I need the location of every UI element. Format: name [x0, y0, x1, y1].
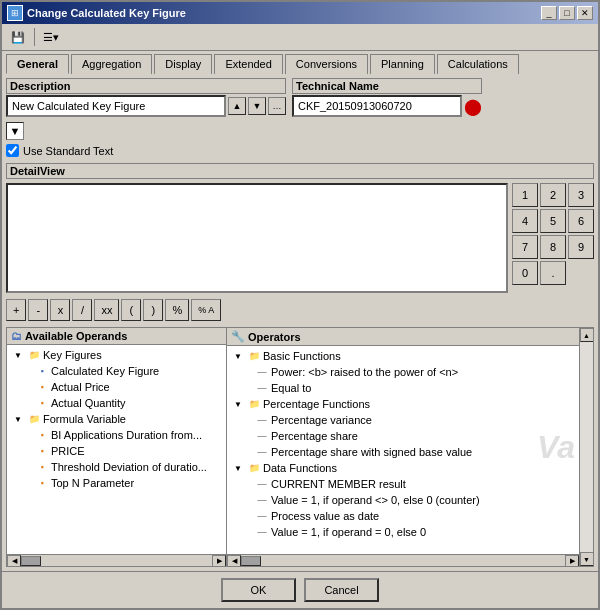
numpad-0[interactable]: 0	[512, 261, 538, 285]
tree-current-member[interactable]: — CURRENT MEMBER result	[227, 476, 579, 492]
tree-calc-key-figure[interactable]: ▪ Calculated Key Figure	[7, 363, 226, 379]
right-h-track[interactable]	[241, 555, 565, 566]
op-multiply[interactable]: x	[50, 299, 70, 321]
tab-calculations[interactable]: Calculations	[437, 54, 519, 74]
numpad-3[interactable]: 3	[568, 183, 594, 207]
tree-pct-share[interactable]: — Percentage share	[227, 428, 579, 444]
tree-equal-to[interactable]: — Equal to	[227, 380, 579, 396]
desc-lookup-button[interactable]: …	[268, 97, 286, 115]
technical-name-input[interactable]	[292, 95, 462, 117]
numpad-7[interactable]: 7	[512, 235, 538, 259]
tree-threshold[interactable]: ▪ Threshold Deviation of duratio...	[7, 459, 226, 475]
expand-icon-data: ▼	[231, 461, 245, 475]
cancel-button[interactable]: Cancel	[304, 578, 379, 602]
minimize-button[interactable]: _	[541, 6, 557, 20]
item-icon-price: ▪	[35, 444, 49, 458]
bottom-bar: OK Cancel	[2, 571, 598, 608]
right-scroll-thumb	[241, 556, 261, 566]
tree-process-date[interactable]: — Process value as date	[227, 508, 579, 524]
op-percent[interactable]: %	[165, 299, 189, 321]
item-icon-bi: ▪	[35, 428, 49, 442]
op-percent-a[interactable]: % A	[191, 299, 221, 321]
numpad-5[interactable]: 5	[540, 209, 566, 233]
v-scroll-up[interactable]: ▲	[580, 328, 594, 342]
maximize-button[interactable]: □	[559, 6, 575, 20]
tabs-bar: General Aggregation Display Extended Con…	[2, 51, 598, 74]
eq-icon-counter: —	[255, 493, 269, 507]
tree-value-counter[interactable]: — Value = 1, if operand <> 0, else 0 (co…	[227, 492, 579, 508]
desc-scroll-up[interactable]: ▲	[228, 97, 246, 115]
tab-conversions[interactable]: Conversions	[285, 54, 368, 74]
item-icon-orange-qty: ▪	[35, 396, 49, 410]
tree-pct-variance[interactable]: — Percentage variance	[227, 412, 579, 428]
numpad-4[interactable]: 4	[512, 209, 538, 233]
numpad: 1 2 3 4 5 6 7 8 9 0 .	[512, 183, 594, 293]
op-close-paren[interactable]: )	[143, 299, 163, 321]
v-scroll-track[interactable]	[580, 342, 594, 552]
numpad-6[interactable]: 6	[568, 209, 594, 233]
tree-price[interactable]: ▪ PRICE	[7, 443, 226, 459]
tree-actual-quantity[interactable]: ▪ Actual Quantity	[7, 395, 226, 411]
expand-icon-pct: ▼	[231, 397, 245, 411]
right-scroll-right[interactable]: ▶	[565, 555, 579, 566]
op-divide[interactable]: /	[72, 299, 92, 321]
tab-general[interactable]: General	[6, 54, 69, 74]
field-group: Description ▲ ▼ … ▼ Technical Name ⬤	[6, 78, 594, 140]
use-standard-text-checkbox[interactable]	[6, 144, 19, 157]
item-icon-threshold: ▪	[35, 460, 49, 474]
folder-icon-data: 📁	[247, 461, 261, 475]
tree-bi-apps[interactable]: ▪ BI Applications Duration from...	[7, 427, 226, 443]
watermark: Va	[537, 429, 575, 466]
tab-extended[interactable]: Extended	[214, 54, 282, 74]
toolbar: 💾 ☰▾	[2, 24, 598, 51]
right-panel-title: Operators	[248, 331, 301, 343]
formula-editor[interactable]	[6, 183, 508, 293]
op-plus[interactable]: +	[6, 299, 26, 321]
technical-name-container: Technical Name ⬤	[292, 78, 482, 140]
eq-icon-zero: —	[255, 525, 269, 539]
right-panel-header: 🔧 Operators	[227, 328, 579, 346]
left-scroll-right[interactable]: ▶	[212, 555, 226, 566]
tree-formula-variable[interactable]: ▼ 📁 Formula Variable	[7, 411, 226, 427]
left-panel-title: Available Operands	[25, 330, 127, 342]
numpad-1[interactable]: 1	[512, 183, 538, 207]
content-area: Description ▲ ▼ … ▼ Technical Name ⬤	[2, 74, 598, 571]
tree-top-n[interactable]: ▪ Top N Parameter	[7, 475, 226, 491]
tree-percentage-functions[interactable]: ▼ 📁 Percentage Functions	[227, 396, 579, 412]
window-title: Change Calculated Key Figure	[27, 7, 186, 19]
menu-button[interactable]: ☰▾	[39, 26, 63, 48]
tab-aggregation[interactable]: Aggregation	[71, 54, 152, 74]
tab-display[interactable]: Display	[154, 54, 212, 74]
tree-data-functions[interactable]: ▼ 📁 Data Functions	[227, 460, 579, 476]
error-icon: ⬤	[464, 97, 482, 116]
op-open-paren[interactable]: (	[121, 299, 141, 321]
tree-key-figures[interactable]: ▼ 📁 Key Figures	[7, 347, 226, 363]
tree-actual-price[interactable]: ▪ Actual Price	[7, 379, 226, 395]
save-button[interactable]: 💾	[6, 26, 30, 48]
expand-icon-basic: ▼	[231, 349, 245, 363]
eq-icon-equal: —	[255, 381, 269, 395]
numpad-9[interactable]: 9	[568, 235, 594, 259]
description-input[interactable]	[6, 95, 226, 117]
op-power[interactable]: xx	[94, 299, 119, 321]
numpad-8[interactable]: 8	[540, 235, 566, 259]
numpad-dot[interactable]: .	[540, 261, 566, 285]
ok-button[interactable]: OK	[221, 578, 296, 602]
close-button[interactable]: ✕	[577, 6, 593, 20]
tree-value-zero[interactable]: — Value = 1, if operand = 0, else 0	[227, 524, 579, 540]
eq-icon-date: —	[255, 509, 269, 523]
tree-power[interactable]: — Power: <b> raised to the power of <n>	[227, 364, 579, 380]
desc-language-dropdown[interactable]: ▼	[6, 122, 24, 140]
op-minus[interactable]: -	[28, 299, 48, 321]
desc-scroll-down[interactable]: ▼	[248, 97, 266, 115]
right-v-scrollbar: ▲ ▼	[579, 328, 593, 566]
right-scroll-left[interactable]: ◀	[227, 555, 241, 566]
left-scroll-left[interactable]: ◀	[7, 555, 21, 566]
v-scroll-down[interactable]: ▼	[580, 552, 594, 566]
numpad-2[interactable]: 2	[540, 183, 566, 207]
tab-planning[interactable]: Planning	[370, 54, 435, 74]
eq-icon-current: —	[255, 477, 269, 491]
tree-pct-share-signed[interactable]: — Percentage share with signed base valu…	[227, 444, 579, 460]
tree-basic-functions[interactable]: ▼ 📁 Basic Functions	[227, 348, 579, 364]
left-h-track[interactable]	[21, 555, 212, 566]
